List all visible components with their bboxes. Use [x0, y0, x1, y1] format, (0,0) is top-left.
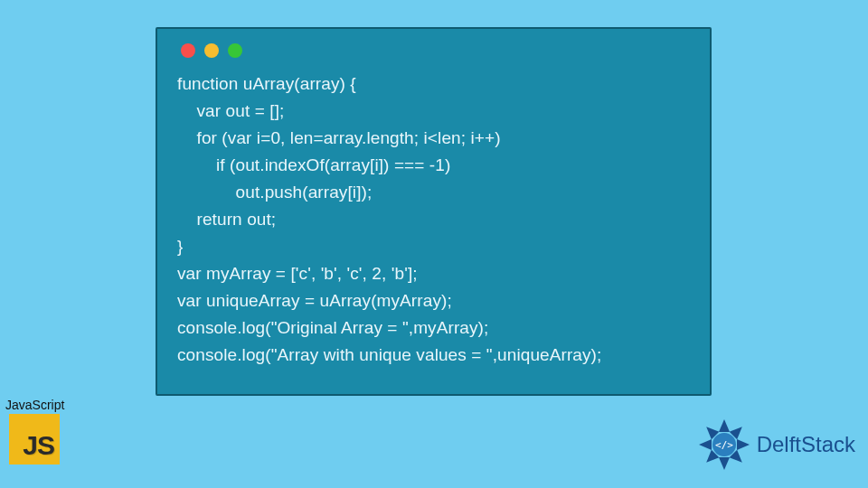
svg-marker-6: [699, 439, 712, 450]
delftstack-brand: </> DelftStack: [697, 418, 855, 472]
window-dot-close-icon: [181, 43, 195, 58]
javascript-badge-label: JavaScript: [4, 398, 69, 412]
javascript-logo-icon: JS: [9, 414, 60, 465]
window-dot-minimize-icon: [204, 43, 219, 58]
delftstack-brand-text: DelftStack: [757, 432, 855, 457]
javascript-logo-text: JS: [23, 430, 54, 461]
window-dot-maximize-icon: [228, 43, 242, 58]
code-card: function uArray(array) { var out = []; f…: [156, 27, 712, 396]
svg-marker-2: [737, 439, 750, 450]
svg-text:</>: </>: [715, 439, 733, 451]
svg-marker-0: [719, 419, 730, 432]
window-dot-row: [181, 43, 690, 58]
svg-marker-4: [719, 457, 730, 470]
delftstack-logo-icon: </>: [697, 418, 751, 472]
javascript-badge: JavaScript JS: [4, 398, 69, 465]
code-block: function uArray(array) { var out = []; f…: [177, 70, 690, 369]
